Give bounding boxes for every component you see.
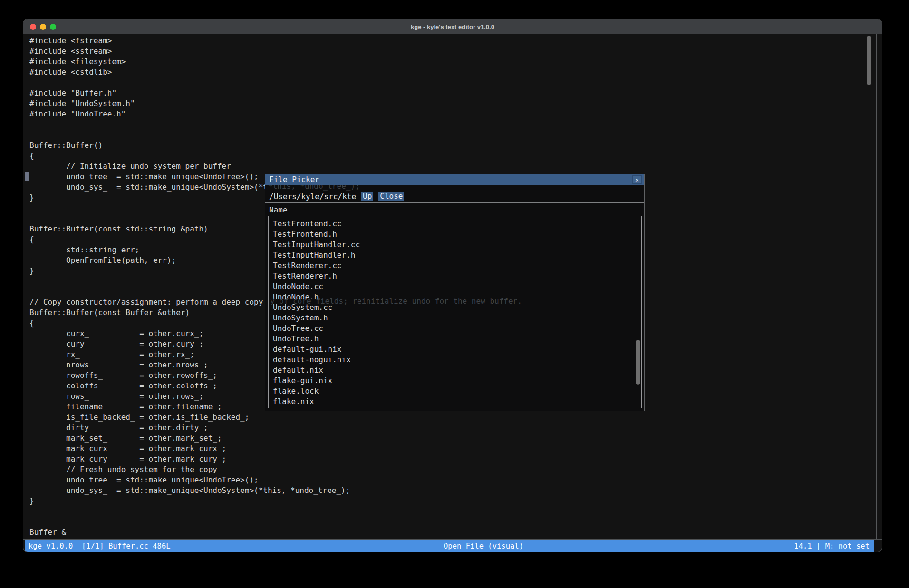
window-titlebar[interactable]: kge - kyle's text editor v1.0.0 <box>23 19 882 34</box>
code-line[interactable] <box>29 130 882 140</box>
code-line[interactable]: Buffer::Buffer() <box>29 140 882 151</box>
separator <box>265 202 644 203</box>
dialog-title: File Picker <box>269 175 319 184</box>
code-line[interactable] <box>29 517 882 527</box>
editor-cursor <box>25 172 29 181</box>
code-line[interactable]: #include <filesystem> <box>29 57 882 67</box>
code-line[interactable]: #include <cstdlib> <box>29 67 882 77</box>
file-list-item[interactable]: flake.lock <box>273 386 641 396</box>
code-line[interactable]: mark_cury_ = other.mark_cury_; <box>29 454 882 464</box>
code-line[interactable] <box>29 77 882 88</box>
file-picker-dialog: *this, *undo_tree_); y of core fields; r… <box>265 174 645 411</box>
status-bar: kge v1.0.0 [1/1] Buffer.cc 486L Open Fil… <box>25 540 874 552</box>
file-list-scrollbar-thumb[interactable] <box>636 340 640 385</box>
code-line[interactable]: { <box>29 151 882 161</box>
current-path: /Users/kyle/src/kte <box>269 192 356 201</box>
file-list-item[interactable]: default.nix <box>273 365 641 376</box>
status-file-info: kge v1.0.0 [1/1] Buffer.cc 486L <box>29 540 171 552</box>
editor-window: kge - kyle's text editor v1.0.0 #include… <box>23 19 882 552</box>
editor-scrollbar-thumb[interactable] <box>867 36 871 85</box>
file-list-item[interactable]: TestFrontend.cc <box>273 219 641 229</box>
file-list-item[interactable]: flake-gui.nix <box>273 376 641 386</box>
code-line[interactable]: undo_sys_ = std::make_unique<UndoSystem>… <box>29 485 882 496</box>
code-line[interactable]: dirty_ = other.dirty_; <box>29 423 882 433</box>
file-list-item[interactable]: default-nogui.nix <box>273 355 641 365</box>
code-line[interactable]: #include "Buffer.h" <box>29 88 882 98</box>
code-line[interactable]: // Fresh undo system for the copy <box>29 464 882 475</box>
file-list-item[interactable]: UndoNode.cc <box>273 281 641 292</box>
code-line[interactable]: #include <fstream> <box>29 36 882 46</box>
code-line[interactable]: // Initialize undo system per buffer <box>29 161 882 172</box>
file-list-item[interactable]: TestRenderer.h <box>273 271 641 281</box>
file-list-item[interactable]: TestInputHandler.cc <box>273 240 641 250</box>
close-dialog-button[interactable]: Close <box>378 192 404 201</box>
path-row: /Users/kyle/src/kte Up Close <box>269 191 404 202</box>
file-list-item[interactable]: TestRenderer.cc <box>273 260 641 271</box>
code-line[interactable]: #include <sstream> <box>29 46 882 57</box>
dialog-titlebar[interactable]: File Picker ✕ <box>265 174 644 185</box>
code-line[interactable]: undo_tree_ = std::make_unique<UndoTree>(… <box>29 475 882 485</box>
code-line[interactable]: } <box>29 496 882 506</box>
code-line[interactable]: is_file_backed_ = other.is_file_backed_; <box>29 412 882 423</box>
up-directory-button[interactable]: Up <box>361 192 373 201</box>
code-line[interactable]: mark_curx_ = other.mark_curx_; <box>29 443 882 454</box>
dimmed-code-text: y of core fields; reinitialize undo for … <box>270 297 522 306</box>
file-list-item[interactable]: UndoTree.cc <box>273 323 641 334</box>
desktop: { "window": { "title": "kge - kyle's tex… <box>0 0 909 588</box>
status-cursor-position: 14,1 | M: not set <box>794 540 870 552</box>
code-line[interactable]: #include "UndoTree.h" <box>29 109 882 119</box>
file-list-item[interactable]: TestFrontend.h <box>273 229 641 240</box>
file-list-header: Name <box>269 205 288 214</box>
status-mode: Open File (visual) <box>444 540 523 552</box>
file-list-item[interactable]: UndoSystem.h <box>273 313 641 323</box>
code-line[interactable]: mark_set_ = other.mark_set_; <box>29 433 882 443</box>
code-line[interactable] <box>29 119 882 130</box>
dialog-close-icon[interactable]: ✕ <box>632 175 642 184</box>
code-line[interactable] <box>29 506 882 517</box>
code-line[interactable]: #include "UndoSystem.h" <box>29 98 882 109</box>
file-list[interactable]: TestFrontend.ccTestFrontend.hTestInputHa… <box>268 216 642 408</box>
file-list-item[interactable]: TestInputHandler.h <box>273 250 641 260</box>
file-list-item[interactable]: UndoTree.h <box>273 334 641 344</box>
editor-scrollbar-track[interactable] <box>876 34 877 539</box>
file-list-item[interactable]: default-gui.nix <box>273 344 641 355</box>
window-title: kge - kyle's text editor v1.0.0 <box>23 23 882 30</box>
file-list-item[interactable]: flake.nix <box>273 396 641 407</box>
code-line[interactable]: Buffer & <box>29 527 882 538</box>
